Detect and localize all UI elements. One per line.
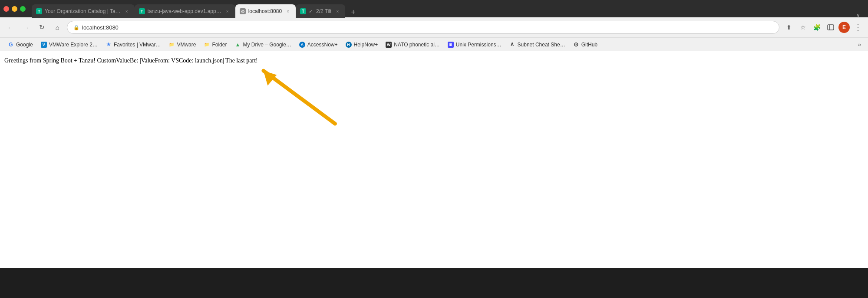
title-bar: T Your Organization Catalog | Ta… × T ta… [0, 0, 868, 17]
home-button[interactable]: ⌂ [51, 21, 63, 33]
sidebar-button[interactable] [825, 21, 837, 33]
bookmark-label: Folder [212, 42, 227, 48]
tab-favicon: ⊙ [240, 8, 246, 14]
tab-expand-button[interactable]: ∨ [852, 12, 865, 18]
bookmark-subnet[interactable]: A Subnet Cheat She… [506, 40, 569, 49]
url-text: localhost:8080 [82, 24, 119, 31]
bookmark-label: AccessNow+ [307, 42, 338, 48]
new-tab-button[interactable]: + [347, 6, 359, 18]
share-button[interactable]: ⬆ [783, 21, 795, 33]
tab-favicon: T [300, 8, 306, 14]
bookmark-accessnow[interactable]: A AccessNow+ [296, 40, 341, 49]
bookmark-unix-perms[interactable]: 🖥 Unix Permissions… [444, 40, 505, 49]
bookmark-my-drive[interactable]: ▲ My Drive – Google… [231, 40, 294, 49]
bookmark-label: HelpNow+ [354, 42, 378, 48]
tab-close-button[interactable]: × [334, 8, 341, 15]
folder-icon: 📁 [204, 42, 210, 48]
bookmark-helpnow[interactable]: H HelpNow+ [342, 40, 382, 49]
tab-label: tanzu-java-web-app.dev1.app… [148, 8, 221, 14]
lock-icon: 🔒 [73, 25, 79, 30]
address-actions: ⬆ ☆ 🧩 E ⋮ [783, 21, 864, 33]
accessnow-favicon: A [299, 42, 305, 48]
browser-content: Greetings from Spring Boot + Tanzu! Cust… [0, 51, 868, 268]
tab-tilt[interactable]: T ✓ 2/2 Tilt × [296, 4, 345, 18]
bookmark-favicon: ★ [106, 42, 112, 48]
maximize-button[interactable] [20, 6, 26, 12]
bookmark-label: GitHub [581, 42, 597, 48]
github-favicon: ⊙ [573, 42, 579, 48]
tab-org-catalog[interactable]: T Your Organization Catalog | Ta… × [32, 4, 135, 18]
tab-label: Your Organization Catalog | Ta… [45, 8, 121, 14]
back-button[interactable]: ← [4, 21, 17, 33]
forward-button[interactable]: → [20, 21, 32, 33]
bookmark-favorites-vmware[interactable]: ★ Favorites | VMwar… [102, 40, 164, 49]
reload-button[interactable]: ↻ [36, 21, 48, 33]
bookmark-star-button[interactable]: ☆ [797, 21, 809, 33]
bookmark-label: Unix Permissions… [456, 42, 502, 48]
unix-favicon: 🖥 [448, 42, 454, 48]
svg-line-2 [264, 71, 335, 124]
drive-favicon: ▲ [234, 42, 241, 48]
profile-button[interactable]: E [838, 22, 850, 33]
tilt-check: ✓ [309, 9, 313, 14]
traffic-lights [3, 6, 26, 12]
tab-favicon: T [139, 8, 145, 14]
tab-localhost[interactable]: ⊙ localhost:8080 × [235, 4, 296, 18]
nato-favicon: W [386, 42, 392, 48]
minimize-button[interactable] [12, 6, 17, 12]
folder-icon: 📁 [168, 42, 175, 48]
tab-label: localhost:8080 [248, 8, 282, 14]
svg-rect-0 [828, 25, 834, 30]
tab-close-button[interactable]: × [284, 8, 291, 15]
bookmark-vmware[interactable]: 📁 VMware [165, 40, 199, 49]
bookmark-github[interactable]: ⊙ GitHub [570, 40, 601, 49]
extensions-button[interactable]: 🧩 [811, 21, 823, 33]
bookmark-google[interactable]: G Google [4, 40, 36, 49]
svg-marker-3 [264, 71, 277, 85]
arrow-annotation [248, 60, 343, 129]
tab-label: 2/2 Tilt [316, 8, 331, 14]
address-bar[interactable]: 🔒 localhost:8080 [67, 21, 779, 34]
bookmarks-bar: G Google V VMWare Explore 2… ★ Favorites… [0, 37, 868, 51]
tab-favicon: T [36, 8, 42, 14]
bookmark-vmware-explore[interactable]: V VMWare Explore 2… [37, 40, 101, 49]
bookmarks-more-button[interactable]: » [855, 40, 864, 49]
close-button[interactable] [3, 6, 9, 12]
bookmark-nato[interactable]: W NATO phonetic al… [382, 40, 443, 49]
bookmark-label: VMware [177, 42, 196, 48]
bookmark-label: My Drive – Google… [243, 42, 291, 48]
tabs-container: T Your Organization Catalog | Ta… × T ta… [32, 2, 865, 18]
tab-tanzu-web-app[interactable]: T tanzu-java-web-app.dev1.app… × [135, 4, 235, 18]
menu-button[interactable]: ⋮ [851, 21, 864, 33]
helpnow-favicon: H [346, 42, 352, 48]
address-bar-row: ← → ↻ ⌂ 🔒 localhost:8080 ⬆ ☆ 🧩 E ⋮ [0, 17, 868, 37]
bookmark-label: Google [16, 42, 33, 48]
tab-close-button[interactable]: × [123, 8, 130, 15]
bookmark-favicon: V [41, 42, 47, 48]
subnet-favicon: A [509, 42, 515, 48]
bookmark-label: NATO phonetic al… [394, 42, 440, 48]
page-greeting-text: Greetings from Spring Boot + Tanzu! Cust… [4, 57, 864, 64]
google-favicon: G [8, 42, 14, 48]
bookmark-label: Subnet Cheat She… [518, 42, 565, 48]
tab-close-button[interactable]: × [224, 8, 231, 15]
bookmark-label: Favorites | VMwar… [114, 42, 161, 48]
bookmark-folder[interactable]: 📁 Folder [200, 40, 230, 49]
bookmark-label: VMWare Explore 2… [49, 42, 98, 48]
